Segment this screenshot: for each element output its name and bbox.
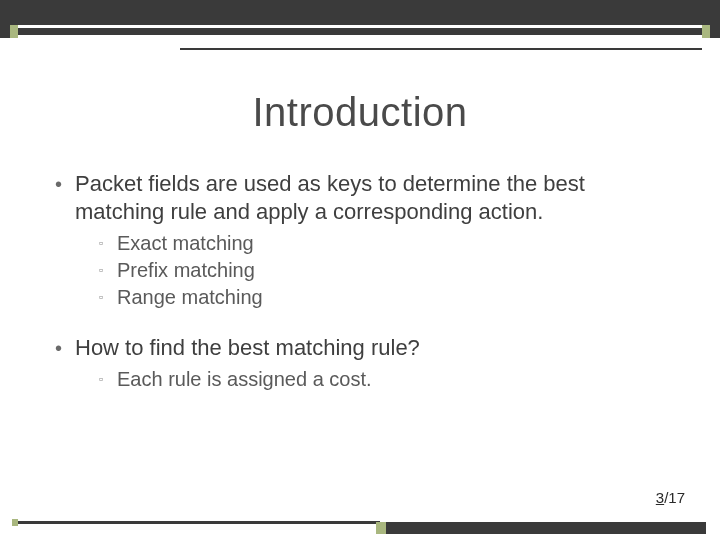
subbullet-marker: ▫ — [99, 284, 117, 310]
bullet-text: Packet fields are used as keys to determ… — [75, 170, 665, 226]
slide-content: • Packet fields are used as keys to dete… — [55, 170, 665, 416]
bullet-text: How to find the best matching rule? — [75, 334, 420, 362]
bullet-marker: • — [55, 334, 75, 362]
bullet-marker: • — [55, 170, 75, 198]
subbullet-text: Range matching — [117, 284, 263, 310]
subbullet-marker: ▫ — [99, 366, 117, 392]
header-accent-right — [702, 25, 710, 38]
page-current: 3 — [656, 489, 664, 506]
slide-title: Introduction — [0, 90, 720, 135]
bullet-level1: • Packet fields are used as keys to dete… — [55, 170, 665, 310]
header-midline — [180, 48, 702, 50]
page-total: 17 — [668, 489, 685, 506]
subbullet-text: Prefix matching — [117, 257, 255, 283]
bullet-level2: ▫ Prefix matching — [99, 257, 665, 283]
subbullet-text: Each rule is assigned a cost. — [117, 366, 372, 392]
bullet-level2: ▫ Each rule is assigned a cost. — [99, 366, 665, 392]
sublist: ▫ Each rule is assigned a cost. — [99, 366, 665, 392]
subbullet-marker: ▫ — [99, 257, 117, 283]
header-accent-left — [10, 25, 18, 38]
subbullet-marker: ▫ — [99, 230, 117, 256]
bullet-level1: • How to find the best matching rule? ▫ … — [55, 334, 665, 392]
bullet-level2: ▫ Exact matching — [99, 230, 665, 256]
bullet-level2: ▫ Range matching — [99, 284, 665, 310]
header-lines — [18, 25, 702, 38]
footer-line — [18, 521, 380, 524]
footer-block-accent — [376, 522, 386, 534]
subbullet-text: Exact matching — [117, 230, 254, 256]
slide: Introduction • Packet fields are used as… — [0, 0, 720, 540]
sublist: ▫ Exact matching ▫ Prefix matching ▫ Ran… — [99, 230, 665, 310]
footer-block — [386, 522, 706, 534]
page-number: 3/17 — [656, 489, 685, 506]
